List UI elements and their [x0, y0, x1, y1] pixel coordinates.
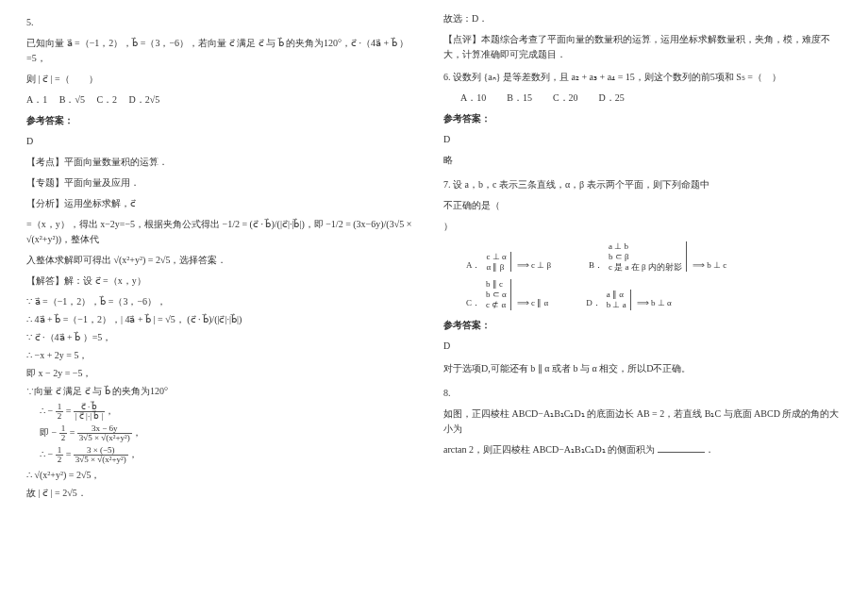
q7-opt-d: D． a ∥ α b ⊥ a ⟹ b ⊥ α: [586, 279, 671, 309]
q7-answer: D: [443, 339, 842, 354]
q5-opt-d: D．2√5: [129, 94, 160, 105]
q5-opt-b: B．√5: [59, 94, 85, 105]
q6-brief: 略: [443, 153, 842, 168]
q5-stem-1: 已知向量 a⃗ =（−1，2），b⃗ =（3，−6），若向量 c⃗ 满足 c⃗ …: [26, 36, 425, 66]
q7-b-label: B．: [589, 258, 603, 272]
q7-stem-3: ）: [443, 219, 842, 234]
q8-stem-1: 如图，正四棱柱 ABCD−A₁B₁C₁D₁ 的底面边长 AB = 2，若直线 B…: [443, 407, 842, 437]
q5-options: A．1 B．√5 C．2 D．2√5: [26, 92, 425, 108]
q6-answer: D: [443, 132, 842, 147]
q5-s4: ∴ −x + 2y = 5，: [26, 348, 425, 363]
q6-opt-b: B．15: [507, 91, 532, 106]
q5-s5: 即 x − 2y = −5，: [26, 366, 425, 381]
q5-an1: =（x，y），得出 x−2y=−5，根据夹角公式得出 −1/2 = (c⃗ · …: [26, 217, 425, 247]
fill-blank: [658, 443, 705, 453]
q5-topic: 【专题】平面向量及应用．: [26, 175, 425, 191]
q5-an2: 入整体求解即可得出 √(x²+y²) = 2√5，选择答案．: [26, 253, 425, 268]
q5-number: 5.: [26, 15, 425, 30]
q7-row1: A． c ⊥ α α ∥ β ⟹ c ⊥ β B． a ⊥ b b ⊂ β c …: [466, 241, 842, 272]
q5-s8: 即 − 12 = 3x − 6y3√5 × √(x²+y²)，: [26, 424, 425, 442]
q5-s9: ∴ − 12 = 3 × (−5)3√5 × √(x²+y²)，: [26, 446, 425, 464]
q6-opt-d: D．25: [599, 91, 625, 106]
left-column: 5. 已知向量 a⃗ =（−1，2），b⃗ =（3，−6），若向量 c⃗ 满足 …: [17, 11, 434, 603]
q5-opt-c: C．2: [96, 94, 117, 105]
q5-s11: 故 | c⃗ | = 2√5．: [26, 486, 425, 501]
q5-s3: ∵ c⃗ ·（4a⃗ + b⃗ ）=5，: [26, 330, 425, 345]
q7-a-label: A．: [466, 258, 481, 272]
q7-row2: C． b ∥ c b ⊂ α c ⊄ α ⟹ c ∥ α D． a ∥ α b …: [466, 279, 842, 309]
q5-answer: D: [26, 134, 425, 149]
q7-expl: 对于选项D,可能还有 b ∥ α 或者 b 与 α 相交，所以D不正确。: [443, 361, 842, 376]
q5-point: 【考点】平面向量数量积的运算．: [26, 155, 425, 170]
q5-answer-label: 参考答案：: [26, 113, 425, 128]
q5-s2: ∴ 4a⃗ + b⃗ =（−1，2），| 4a⃗ + b⃗ | = √5， (c…: [26, 312, 425, 327]
q8-stem-2: arctan 2，则正四棱柱 ABCD−A₁B₁C₁D₁ 的侧面积为 ．: [443, 442, 842, 457]
q7-stem-2: 不正确的是（: [443, 198, 842, 213]
q7-opt-b: B． a ⊥ b b ⊂ β c 是 a 在 β 内的射影 ⟹ b ⊥ c: [589, 241, 726, 272]
q5-s1: ∵ a⃗ =（−1，2），b⃗ =（3，−6），: [26, 294, 425, 309]
q6-options: A．10 B．15 C．20 D．25: [460, 91, 842, 106]
q6-answer-label: 参考答案：: [443, 111, 842, 126]
q5-s7: ∴ − 12 = c⃗ · b⃗| c⃗ |·| b⃗ |，: [26, 403, 425, 421]
q7-opt-a: A． c ⊥ α α ∥ β ⟹ c ⊥ β: [466, 241, 551, 272]
q7-c-label: C．: [466, 296, 480, 309]
q7-stem-1: 7. 设 a，b，c 表示三条直线，α，β 表示两个平面，则下列命题中: [443, 177, 842, 192]
q7-opt-c: C． b ∥ c b ⊂ α c ⊄ α ⟹ c ∥ α: [466, 279, 548, 309]
r-comment: 【点评】本题综合考查了平面向量的数量积的运算，运用坐标求解数量积，夹角，模，难度…: [443, 32, 842, 62]
q5-s6: ∵向量 c⃗ 满足 c⃗ 与 b⃗ 的夹角为120°: [26, 384, 425, 399]
q5-solve: 【解答】解：设 c⃗ =（x，y）: [26, 274, 425, 289]
q5-stem-2: 则 | c⃗ | =（ ）: [26, 72, 425, 87]
q7-answer-label: 参考答案：: [443, 318, 842, 333]
q6-stem: 6. 设数列 {aₙ} 是等差数列，且 a₂ + a₃ + a₄ = 15，则这…: [443, 70, 842, 85]
r-conclude: 故选：D．: [443, 11, 842, 26]
q7-d-label: D．: [586, 296, 601, 309]
q8-number: 8.: [443, 386, 842, 401]
q5-analyze: 【分析】运用坐标求解，c⃗: [26, 196, 425, 211]
right-column: 故选：D． 【点评】本题综合考查了平面向量的数量积的运算，运用坐标求解数量积，夹…: [434, 11, 851, 603]
q6-opt-a: A．10: [460, 91, 486, 106]
q5-opt-a: A．1: [26, 94, 47, 105]
q6-opt-c: C．20: [553, 91, 578, 106]
q5-s10: ∴ √(x²+y²) = 2√5，: [26, 468, 425, 483]
